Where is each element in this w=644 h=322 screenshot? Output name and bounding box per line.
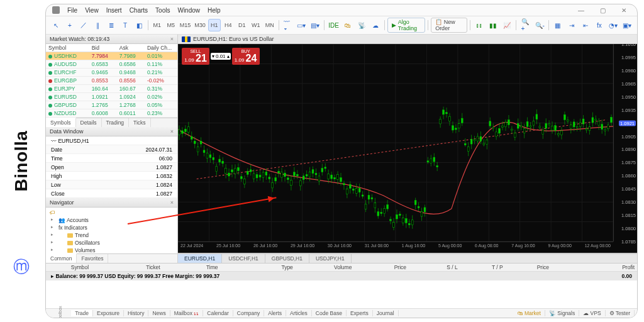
tab-articles[interactable]: Articles bbox=[286, 310, 312, 316]
tab-symbols[interactable]: Symbols bbox=[46, 118, 76, 127]
tf-m5[interactable]: M5 bbox=[165, 19, 177, 31]
tf-h4[interactable]: H4 bbox=[222, 19, 235, 31]
periods-icon[interactable]: ◔▾ bbox=[607, 19, 619, 31]
shift-icon[interactable]: ⇤ bbox=[579, 19, 592, 31]
window-minimize-icon[interactable]: — bbox=[574, 7, 588, 14]
close-icon[interactable]: × bbox=[170, 128, 174, 135]
tab-mailbox[interactable]: Mailbox ₁₁ bbox=[170, 310, 204, 316]
shapes-icon[interactable]: ◧ bbox=[133, 19, 145, 31]
tf-m30[interactable]: M30 bbox=[193, 19, 206, 31]
zoom-in-icon[interactable]: 🔍+ bbox=[519, 19, 533, 31]
tile-icon[interactable]: ▦ bbox=[552, 19, 564, 31]
trendline-icon[interactable]: ／ bbox=[77, 19, 90, 31]
buy-button[interactable]: BUY 1.09 24 bbox=[232, 48, 260, 65]
menu-insert[interactable]: Insert bbox=[106, 7, 122, 14]
menu-view[interactable]: View bbox=[85, 7, 99, 14]
autoscroll-icon[interactable]: ⇥ bbox=[565, 19, 578, 31]
vps-icon[interactable]: ☁ bbox=[369, 19, 382, 31]
market-watch-row[interactable]: NZDUSD 0.6008 0.6011 0.23% bbox=[46, 109, 177, 118]
chart-tab-gbpusd[interactable]: GBPUSD,H1 bbox=[265, 254, 309, 263]
status-market[interactable]: 🛍 Market bbox=[514, 310, 545, 316]
market-watch-row[interactable]: EURUSD 1.0921 1.0924 0.02% bbox=[46, 93, 177, 101]
tab-ticks[interactable]: Ticks bbox=[129, 118, 151, 127]
status-signals[interactable]: 📡 Signals bbox=[545, 310, 579, 316]
signals-icon[interactable]: 📡 bbox=[355, 19, 368, 31]
tab-company[interactable]: Company bbox=[233, 310, 264, 316]
menu-file[interactable]: File bbox=[67, 7, 77, 14]
close-icon[interactable]: × bbox=[170, 36, 174, 42]
nav-oscillators[interactable]: Oscillators bbox=[48, 239, 175, 247]
svg-rect-164 bbox=[390, 219, 392, 221]
nav-indicators[interactable]: fх Indicators bbox=[48, 224, 175, 231]
tab-alerts[interactable]: Alerts bbox=[264, 310, 286, 316]
lot-input[interactable]: ▾ 0.01 ▴ bbox=[211, 53, 231, 60]
svg-rect-130 bbox=[337, 174, 339, 179]
tab-experts[interactable]: Experts bbox=[347, 310, 373, 316]
tf-d1[interactable]: D1 bbox=[236, 19, 248, 31]
new-order-button[interactable]: 📋 New Order bbox=[431, 18, 467, 33]
nav-accounts[interactable]: 👥 Accounts bbox=[48, 216, 175, 224]
cursor-icon[interactable]: ↖ bbox=[50, 19, 62, 31]
zoom-out-icon[interactable]: 🔍- bbox=[533, 19, 546, 31]
tab-journal[interactable]: Journal bbox=[373, 310, 399, 316]
bar-chart-icon[interactable]: ⫾⫾ bbox=[473, 19, 486, 31]
chart-area[interactable]: SELL 1.09 21 ▾ 0.01 ▴ BUY 1.09 24 1.1010… bbox=[178, 44, 637, 253]
chart-tab-usdjpy[interactable]: USDJPY,H1 bbox=[309, 254, 352, 263]
svg-rect-292 bbox=[589, 126, 591, 130]
tab-favorites[interactable]: Favorites bbox=[77, 254, 108, 263]
menu-help[interactable]: Help bbox=[208, 7, 221, 14]
market-icon[interactable]: 🛍 bbox=[341, 19, 354, 31]
sell-button[interactable]: SELL 1.09 21 bbox=[182, 48, 209, 65]
algo-trading-button[interactable]: ▶ Algo Trading bbox=[387, 18, 426, 33]
market-watch-row[interactable]: EURCHF 0.9465 0.9468 0.21% bbox=[46, 69, 177, 77]
tf-mn[interactable]: MN bbox=[264, 19, 276, 31]
equidistant-icon[interactable]: ∥ bbox=[91, 19, 104, 31]
text-icon[interactable]: T bbox=[119, 19, 131, 31]
tf-w1[interactable]: W1 bbox=[250, 19, 262, 31]
chart-tab-usdchf[interactable]: USDCHF,H1 bbox=[222, 254, 265, 263]
chart-tab-eurusd[interactable]: EURUSD,H1 bbox=[178, 254, 222, 263]
crosshair-icon[interactable]: + bbox=[64, 19, 76, 31]
menu-window[interactable]: Window bbox=[177, 7, 200, 14]
svg-rect-212 bbox=[464, 143, 466, 145]
window-maximize-icon[interactable]: ▢ bbox=[596, 7, 609, 14]
line-chart-icon[interactable]: 〰▾ bbox=[281, 19, 294, 31]
indicators-icon[interactable]: fх bbox=[593, 19, 606, 31]
tab-details[interactable]: Details bbox=[76, 118, 102, 127]
tf-m15[interactable]: M15 bbox=[179, 19, 192, 31]
close-icon[interactable]: × bbox=[170, 199, 174, 206]
market-watch-row[interactable]: EURJPY 160.64 160.67 0.31% bbox=[46, 85, 177, 93]
menu-tools[interactable]: Tools bbox=[155, 7, 170, 14]
candle-chart-icon[interactable]: ▮▮ bbox=[487, 19, 499, 31]
tab-calendar[interactable]: Calendar bbox=[203, 310, 233, 316]
template-icon[interactable]: ▣▾ bbox=[621, 19, 633, 31]
status-vps[interactable]: ☁ VPS bbox=[579, 310, 605, 316]
svg-rect-272 bbox=[558, 133, 560, 135]
market-watch-row[interactable]: AUDUSD 0.6583 0.6586 0.11% bbox=[46, 60, 177, 69]
tab-codebase[interactable]: Code Base bbox=[312, 310, 347, 316]
status-tester[interactable]: ⚙ Tester bbox=[606, 310, 635, 316]
market-watch-row[interactable]: USDHKD 7.7984 7.7989 0.01% bbox=[46, 52, 177, 60]
tf-m1[interactable]: M1 bbox=[151, 19, 164, 31]
nav-trend[interactable]: Trend bbox=[48, 231, 175, 239]
svg-rect-278 bbox=[567, 120, 569, 121]
tab-trading[interactable]: Trading bbox=[102, 118, 130, 127]
line-icon[interactable]: 📈 bbox=[501, 19, 513, 31]
ide-icon[interactable]: IDE bbox=[327, 19, 340, 31]
nav-volumes[interactable]: Volumes bbox=[48, 247, 175, 253]
tab-history[interactable]: History bbox=[124, 310, 148, 316]
market-watch-row[interactable]: EURGBP 0.8553 0.8556 -0.02% bbox=[46, 77, 177, 85]
svg-rect-76 bbox=[253, 174, 255, 179]
tf-h1[interactable]: H1 bbox=[208, 19, 221, 31]
tab-trade[interactable]: Trade bbox=[71, 310, 93, 316]
tab-common[interactable]: Common bbox=[46, 253, 77, 263]
svg-rect-68 bbox=[240, 177, 242, 179]
templates-icon[interactable]: ▭▾ bbox=[295, 19, 308, 31]
tab-news[interactable]: News bbox=[148, 310, 170, 316]
fibo-icon[interactable]: ≣ bbox=[105, 19, 118, 31]
window-close-icon[interactable]: ✕ bbox=[617, 7, 631, 14]
menu-charts[interactable]: Charts bbox=[130, 7, 148, 14]
tab-exposure[interactable]: Exposure bbox=[93, 310, 124, 316]
objects-icon[interactable]: ▤▾ bbox=[309, 19, 321, 31]
market-watch-row[interactable]: GBPUSD 1.2765 1.2768 0.05% bbox=[46, 101, 177, 109]
